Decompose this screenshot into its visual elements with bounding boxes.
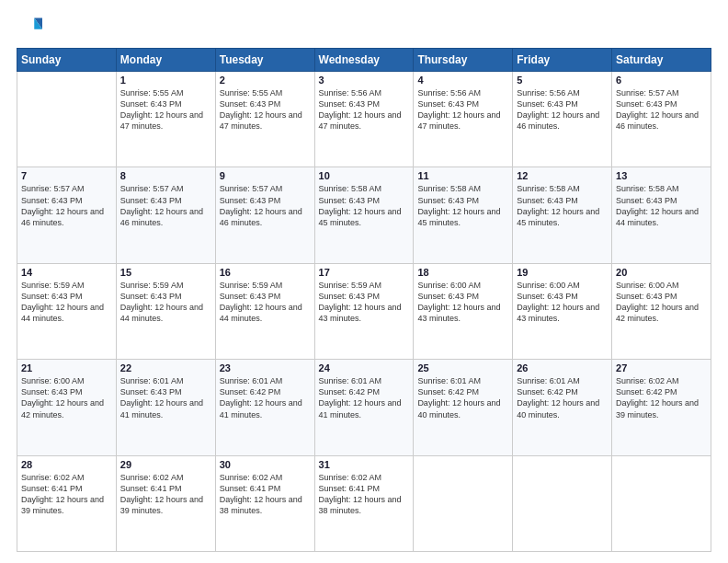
calendar-cell: 22Sunrise: 6:01 AMSunset: 6:43 PMDayligh… xyxy=(116,360,215,455)
day-number: 27 xyxy=(616,362,707,373)
day-number: 28 xyxy=(21,459,112,470)
cell-details: Sunrise: 5:55 AMSunset: 6:43 PMDaylight:… xyxy=(220,88,302,131)
cell-details: Sunrise: 5:56 AMSunset: 6:43 PMDaylight:… xyxy=(417,88,500,131)
day-number: 30 xyxy=(220,459,311,470)
calendar-cell: 18Sunrise: 6:00 AMSunset: 6:43 PMDayligh… xyxy=(414,263,513,359)
calendar-header-monday: Monday xyxy=(116,49,215,72)
calendar-header-thursday: Thursday xyxy=(414,49,513,72)
cell-details: Sunrise: 6:01 AMSunset: 6:42 PMDaylight:… xyxy=(417,376,500,419)
day-number: 18 xyxy=(417,267,508,278)
day-number: 16 xyxy=(220,267,311,278)
calendar-week-row: 7Sunrise: 5:57 AMSunset: 6:43 PMDaylight… xyxy=(17,167,711,263)
calendar-cell xyxy=(414,455,513,551)
day-number: 29 xyxy=(120,459,211,470)
calendar-cell xyxy=(17,72,117,167)
calendar-header-row: SundayMondayTuesdayWednesdayThursdayFrid… xyxy=(17,49,711,72)
cell-details: Sunrise: 6:02 AMSunset: 6:41 PMDaylight:… xyxy=(120,473,203,515)
calendar-cell: 28Sunrise: 6:02 AMSunset: 6:41 PMDayligh… xyxy=(17,455,117,551)
day-number: 2 xyxy=(220,75,311,86)
cell-details: Sunrise: 5:57 AMSunset: 6:43 PMDaylight:… xyxy=(21,184,104,226)
day-number: 23 xyxy=(220,362,311,373)
calendar-cell: 16Sunrise: 5:59 AMSunset: 6:43 PMDayligh… xyxy=(215,263,314,359)
calendar-table: SundayMondayTuesdayWednesdayThursdayFrid… xyxy=(17,48,711,552)
calendar-cell: 20Sunrise: 6:00 AMSunset: 6:43 PMDayligh… xyxy=(612,263,711,359)
day-number: 12 xyxy=(517,170,608,181)
day-number: 21 xyxy=(21,362,112,373)
calendar-week-row: 1Sunrise: 5:55 AMSunset: 6:43 PMDaylight… xyxy=(17,72,711,167)
calendar-cell: 26Sunrise: 6:01 AMSunset: 6:42 PMDayligh… xyxy=(513,360,612,455)
day-number: 10 xyxy=(319,170,410,181)
cell-details: Sunrise: 5:57 AMSunset: 6:43 PMDaylight:… xyxy=(220,184,302,226)
calendar-cell: 5Sunrise: 5:56 AMSunset: 6:43 PMDaylight… xyxy=(513,72,612,167)
cell-details: Sunrise: 5:59 AMSunset: 6:43 PMDaylight:… xyxy=(120,281,203,323)
calendar-cell xyxy=(513,455,612,551)
day-number: 1 xyxy=(120,75,211,86)
calendar-cell: 30Sunrise: 6:02 AMSunset: 6:41 PMDayligh… xyxy=(215,455,314,551)
calendar-cell: 17Sunrise: 5:59 AMSunset: 6:43 PMDayligh… xyxy=(314,263,414,359)
calendar-cell: 7Sunrise: 5:57 AMSunset: 6:43 PMDaylight… xyxy=(17,167,117,263)
calendar-cell: 15Sunrise: 5:59 AMSunset: 6:43 PMDayligh… xyxy=(116,263,215,359)
day-number: 26 xyxy=(517,362,608,373)
cell-details: Sunrise: 5:57 AMSunset: 6:43 PMDaylight:… xyxy=(616,88,699,131)
calendar-cell: 27Sunrise: 6:02 AMSunset: 6:42 PMDayligh… xyxy=(612,360,711,455)
cell-details: Sunrise: 6:02 AMSunset: 6:41 PMDaylight:… xyxy=(220,473,302,515)
calendar-cell: 14Sunrise: 5:59 AMSunset: 6:43 PMDayligh… xyxy=(17,263,117,359)
day-number: 4 xyxy=(417,75,508,86)
calendar-cell: 11Sunrise: 5:58 AMSunset: 6:43 PMDayligh… xyxy=(414,167,513,263)
day-number: 31 xyxy=(319,459,410,470)
calendar-cell: 23Sunrise: 6:01 AMSunset: 6:42 PMDayligh… xyxy=(215,360,314,455)
calendar-week-row: 28Sunrise: 6:02 AMSunset: 6:41 PMDayligh… xyxy=(17,455,711,551)
logo-icon xyxy=(17,15,42,40)
calendar-cell: 21Sunrise: 6:00 AMSunset: 6:43 PMDayligh… xyxy=(17,360,117,455)
calendar-cell xyxy=(612,455,711,551)
calendar-cell: 19Sunrise: 6:00 AMSunset: 6:43 PMDayligh… xyxy=(513,263,612,359)
cell-details: Sunrise: 5:55 AMSunset: 6:43 PMDaylight:… xyxy=(120,88,203,131)
calendar-cell: 31Sunrise: 6:02 AMSunset: 6:41 PMDayligh… xyxy=(314,455,414,551)
calendar-week-row: 14Sunrise: 5:59 AMSunset: 6:43 PMDayligh… xyxy=(17,263,711,359)
calendar-cell: 9Sunrise: 5:57 AMSunset: 6:43 PMDaylight… xyxy=(215,167,314,263)
day-number: 17 xyxy=(319,267,410,278)
day-number: 15 xyxy=(120,267,211,278)
cell-details: Sunrise: 6:00 AMSunset: 6:43 PMDaylight:… xyxy=(417,281,500,323)
day-number: 9 xyxy=(220,170,311,181)
day-number: 5 xyxy=(517,75,608,86)
cell-details: Sunrise: 6:01 AMSunset: 6:43 PMDaylight:… xyxy=(120,376,203,419)
cell-details: Sunrise: 5:56 AMSunset: 6:43 PMDaylight:… xyxy=(319,88,402,131)
day-number: 7 xyxy=(21,170,112,181)
calendar-header-sunday: Sunday xyxy=(17,49,117,72)
calendar-cell: 3Sunrise: 5:56 AMSunset: 6:43 PMDaylight… xyxy=(314,72,414,167)
cell-details: Sunrise: 6:00 AMSunset: 6:43 PMDaylight:… xyxy=(616,281,699,323)
cell-details: Sunrise: 5:59 AMSunset: 6:43 PMDaylight:… xyxy=(319,281,402,323)
cell-details: Sunrise: 5:58 AMSunset: 6:43 PMDaylight:… xyxy=(616,184,699,226)
calendar-cell: 25Sunrise: 6:01 AMSunset: 6:42 PMDayligh… xyxy=(414,360,513,455)
logo xyxy=(17,15,46,40)
calendar-cell: 4Sunrise: 5:56 AMSunset: 6:43 PMDaylight… xyxy=(414,72,513,167)
header xyxy=(17,15,711,40)
day-number: 20 xyxy=(616,267,707,278)
cell-details: Sunrise: 5:58 AMSunset: 6:43 PMDaylight:… xyxy=(417,184,500,226)
day-number: 3 xyxy=(319,75,410,86)
day-number: 11 xyxy=(417,170,508,181)
day-number: 14 xyxy=(21,267,112,278)
calendar-header-tuesday: Tuesday xyxy=(215,49,314,72)
day-number: 24 xyxy=(319,362,410,373)
calendar-cell: 24Sunrise: 6:01 AMSunset: 6:42 PMDayligh… xyxy=(314,360,414,455)
page: SundayMondayTuesdayWednesdayThursdayFrid… xyxy=(0,0,728,563)
cell-details: Sunrise: 6:00 AMSunset: 6:43 PMDaylight:… xyxy=(517,281,599,323)
day-number: 8 xyxy=(120,170,211,181)
cell-details: Sunrise: 6:02 AMSunset: 6:41 PMDaylight:… xyxy=(319,473,402,515)
calendar-header-saturday: Saturday xyxy=(612,49,711,72)
cell-details: Sunrise: 6:00 AMSunset: 6:43 PMDaylight:… xyxy=(21,376,104,419)
day-number: 6 xyxy=(616,75,707,86)
cell-details: Sunrise: 5:56 AMSunset: 6:43 PMDaylight:… xyxy=(517,88,599,131)
cell-details: Sunrise: 5:57 AMSunset: 6:43 PMDaylight:… xyxy=(120,184,203,226)
cell-details: Sunrise: 5:58 AMSunset: 6:43 PMDaylight:… xyxy=(517,184,599,226)
cell-details: Sunrise: 5:59 AMSunset: 6:43 PMDaylight:… xyxy=(21,281,104,323)
calendar-cell: 6Sunrise: 5:57 AMSunset: 6:43 PMDaylight… xyxy=(612,72,711,167)
cell-details: Sunrise: 6:01 AMSunset: 6:42 PMDaylight:… xyxy=(220,376,302,419)
cell-details: Sunrise: 5:58 AMSunset: 6:43 PMDaylight:… xyxy=(319,184,402,226)
cell-details: Sunrise: 6:02 AMSunset: 6:42 PMDaylight:… xyxy=(616,376,699,419)
calendar-cell: 13Sunrise: 5:58 AMSunset: 6:43 PMDayligh… xyxy=(612,167,711,263)
cell-details: Sunrise: 6:01 AMSunset: 6:42 PMDaylight:… xyxy=(319,376,402,419)
calendar-cell: 8Sunrise: 5:57 AMSunset: 6:43 PMDaylight… xyxy=(116,167,215,263)
